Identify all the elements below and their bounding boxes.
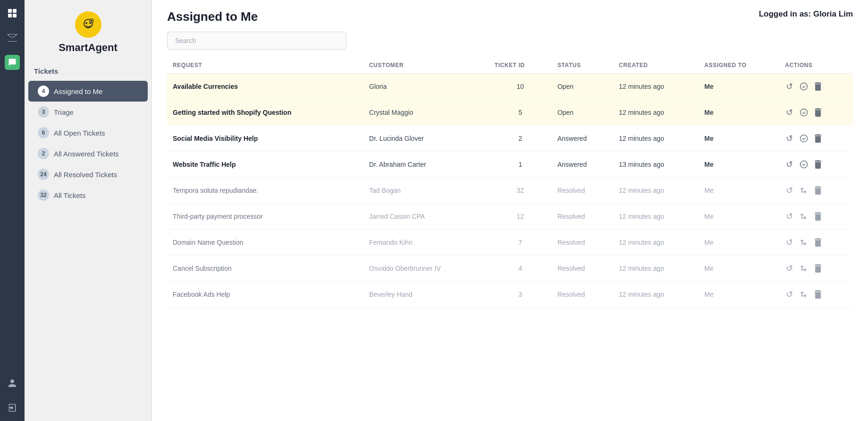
actions-group: ↺ xyxy=(785,132,847,145)
col-header-customer: CUSTOMER xyxy=(363,57,489,74)
reopen-btn[interactable] xyxy=(799,237,809,248)
reassign-btn[interactable]: ↺ xyxy=(785,236,794,249)
svg-point-10 xyxy=(801,83,808,90)
col-header-ticket-id: TICKET ID xyxy=(489,57,552,74)
assigned-to-cell: Me xyxy=(699,74,779,100)
actions-group: ↺ xyxy=(785,262,847,275)
request-cell: Facebook Ads Help xyxy=(167,282,363,308)
reopen-btn[interactable] xyxy=(799,211,809,222)
sidebar-badge-all-answered-tickets: 2 xyxy=(38,148,49,159)
request-cell: Website Traffic Help xyxy=(167,152,363,178)
sidebar-items: 4 Assigned to Me 3 Triage 6 All Open Tic… xyxy=(25,81,152,206)
request-cell: Available Currencies xyxy=(167,74,363,100)
search-input[interactable] xyxy=(167,32,346,50)
customer-cell: Jarred Cassin CPA xyxy=(363,204,489,230)
sidebar-badge-all-tickets: 32 xyxy=(38,189,49,201)
assigned-to-cell: Me xyxy=(699,282,779,308)
created-cell: 12 minutes ago xyxy=(613,178,699,204)
actions-cell: ↺ xyxy=(779,204,853,230)
delete-btn[interactable] xyxy=(814,81,822,92)
delete-btn[interactable] xyxy=(814,107,822,118)
delete-btn[interactable] xyxy=(814,237,822,248)
table-row: Domain Name Question Fernando Kihn 7 Res… xyxy=(167,230,853,256)
customer-cell: Dr. Lucinda Glover xyxy=(363,126,489,152)
sidebar-item-all-resolved-tickets[interactable]: 24 All Resolved Tickets xyxy=(28,164,148,185)
table-row: Tempora soluta repudiandae. Tad Bogan 32… xyxy=(167,178,853,204)
delete-btn[interactable] xyxy=(814,133,822,144)
sidebar-item-all-open-tickets[interactable]: 6 All Open Tickets xyxy=(28,122,148,143)
ticket-id-cell: 1 xyxy=(489,152,552,178)
created-cell: 12 minutes ago xyxy=(613,230,699,256)
actions-group: ↺ xyxy=(785,210,847,223)
table-row: Third-party payment processor Jarred Cas… xyxy=(167,204,853,230)
customer-cell: Tad Bogan xyxy=(363,178,489,204)
user-icon[interactable] xyxy=(5,376,20,391)
logout-icon[interactable] xyxy=(5,400,20,415)
request-cell: Domain Name Question xyxy=(167,230,363,256)
reopen-btn[interactable] xyxy=(799,289,809,300)
svg-rect-2 xyxy=(8,14,12,17)
created-cell: 12 minutes ago xyxy=(613,282,699,308)
table-row: Getting started with Shopify Question Cr… xyxy=(167,100,853,126)
reassign-btn[interactable]: ↺ xyxy=(785,184,794,197)
actions-cell: ↺ xyxy=(779,230,853,256)
assigned-to-cell: Me xyxy=(699,204,779,230)
request-cell: Cancel Subscription xyxy=(167,256,363,282)
reassign-btn[interactable]: ↺ xyxy=(785,210,794,223)
resolve-btn[interactable] xyxy=(799,107,809,118)
status-cell: Resolved xyxy=(552,204,613,230)
reassign-btn[interactable]: ↺ xyxy=(785,106,794,119)
sidebar-brand: SmartAgent xyxy=(25,0,152,63)
ticket-id-cell: 3 xyxy=(489,282,552,308)
sidebar-item-all-tickets[interactable]: 32 All Tickets xyxy=(28,185,148,206)
reopen-btn[interactable] xyxy=(799,263,809,274)
assigned-to-cell: Me xyxy=(699,126,779,152)
actions-cell: ↺ xyxy=(779,256,853,282)
delete-btn[interactable] xyxy=(814,159,822,170)
sidebar-badge-all-resolved-tickets: 24 xyxy=(38,169,49,180)
status-cell: Resolved xyxy=(552,178,613,204)
reassign-btn[interactable]: ↺ xyxy=(785,158,794,171)
reassign-btn[interactable]: ↺ xyxy=(785,288,794,301)
table-container: REQUESTCUSTOMERTICKET IDSTATUSCREATEDASS… xyxy=(152,57,868,421)
chat-icon[interactable] xyxy=(5,55,20,70)
reassign-btn[interactable]: ↺ xyxy=(785,262,794,275)
actions-cell: ↺ xyxy=(779,126,853,152)
created-cell: 12 minutes ago xyxy=(613,126,699,152)
assigned-to-cell: Me xyxy=(699,230,779,256)
delete-btn[interactable] xyxy=(814,185,822,196)
table-row: Available Currencies Gloria 10 Open 12 m… xyxy=(167,74,853,100)
mail-icon[interactable] xyxy=(5,30,20,45)
actions-cell: ↺ xyxy=(779,100,853,126)
sidebar-item-triage[interactable]: 3 Triage xyxy=(28,102,148,122)
resolve-btn[interactable] xyxy=(799,159,809,170)
delete-btn[interactable] xyxy=(814,289,822,300)
delete-btn[interactable] xyxy=(814,211,822,222)
sidebar-item-all-answered-tickets[interactable]: 2 All Answered Tickets xyxy=(28,143,148,164)
assigned-to-cell: Me xyxy=(699,256,779,282)
table-row: Website Traffic Help Dr. Abraham Carter … xyxy=(167,152,853,178)
request-cell: Social Media Visibility Help xyxy=(167,126,363,152)
sidebar-item-assigned-to-me[interactable]: 4 Assigned to Me xyxy=(28,81,148,102)
resolve-btn[interactable] xyxy=(799,81,809,92)
actions-group: ↺ xyxy=(785,288,847,301)
resolve-btn[interactable] xyxy=(799,133,809,144)
reopen-btn[interactable] xyxy=(799,185,809,196)
request-cell: Tempora soluta repudiandae. xyxy=(167,178,363,204)
reassign-btn[interactable]: ↺ xyxy=(785,80,794,93)
sidebar-badge-all-open-tickets: 6 xyxy=(38,127,49,138)
table-row: Social Media Visibility Help Dr. Lucinda… xyxy=(167,126,853,152)
tickets-label: Tickets xyxy=(25,63,152,81)
svg-rect-1 xyxy=(13,9,17,13)
actions-group: ↺ xyxy=(785,106,847,119)
grid-icon[interactable] xyxy=(5,6,20,21)
ticket-id-cell: 12 xyxy=(489,204,552,230)
created-cell: 12 minutes ago xyxy=(613,74,699,100)
status-cell: Resolved xyxy=(552,230,613,256)
ticket-id-cell: 4 xyxy=(489,256,552,282)
delete-btn[interactable] xyxy=(814,263,822,274)
icon-bar-bottom xyxy=(5,376,20,415)
sidebar-badge-assigned-to-me: 4 xyxy=(38,86,49,97)
sidebar-title: SmartAgent xyxy=(59,42,118,54)
reassign-btn[interactable]: ↺ xyxy=(785,132,794,145)
